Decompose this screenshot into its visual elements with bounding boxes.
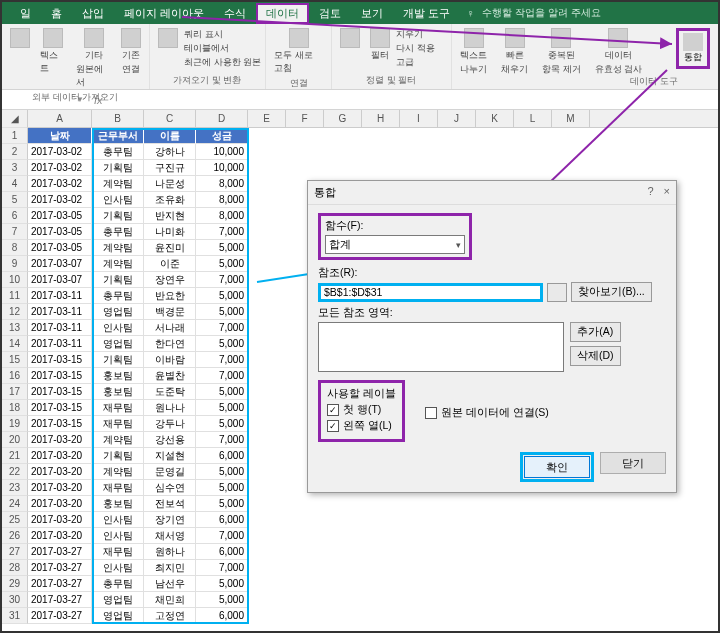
table-cell[interactable]: 5,000: [196, 256, 248, 272]
col-header[interactable]: H: [362, 110, 400, 127]
btn-show-queries[interactable]: 쿼리 표시: [184, 28, 261, 41]
table-cell[interactable]: 서나래: [144, 320, 196, 336]
table-cell[interactable]: 5,000: [196, 464, 248, 480]
table-cell[interactable]: 인사팀: [92, 192, 144, 208]
left-col-checkbox[interactable]: ✓왼쪽 열(L): [327, 419, 396, 433]
table-cell[interactable]: 총무팀: [92, 576, 144, 592]
table-cell[interactable]: 7,000: [196, 560, 248, 576]
btn-data-validation[interactable]: 데이터유효성 검사: [591, 26, 647, 78]
table-cell[interactable]: 5,000: [196, 384, 248, 400]
btn-consolidate[interactable]: 통합: [676, 28, 710, 69]
row-header[interactable]: 25: [2, 512, 28, 528]
table-cell[interactable]: 나미화: [144, 224, 196, 240]
table-cell[interactable]: 2017-03-05: [28, 208, 92, 224]
table-cell[interactable]: 채서영: [144, 528, 196, 544]
table-cell[interactable]: 나문성: [144, 176, 196, 192]
table-cell[interactable]: 영업팀: [92, 592, 144, 608]
ok-button[interactable]: 확인: [524, 456, 590, 478]
table-cell[interactable]: 조유화: [144, 192, 196, 208]
table-header[interactable]: 이름: [144, 128, 196, 144]
row-header[interactable]: 16: [2, 368, 28, 384]
table-cell[interactable]: 5,000: [196, 288, 248, 304]
table-cell[interactable]: 2017-03-11: [28, 288, 92, 304]
table-cell[interactable]: 2017-03-20: [28, 448, 92, 464]
all-refs-list[interactable]: [318, 322, 564, 372]
table-cell[interactable]: 이바람: [144, 352, 196, 368]
table-cell[interactable]: 2017-03-05: [28, 224, 92, 240]
table-cell[interactable]: 반요한: [144, 288, 196, 304]
table-cell[interactable]: 5,000: [196, 576, 248, 592]
btn-recent-sources[interactable]: 최근에 사용한 원본: [184, 56, 261, 69]
table-cell[interactable]: 6,000: [196, 608, 248, 624]
table-cell[interactable]: 총무팀: [92, 288, 144, 304]
col-header[interactable]: K: [476, 110, 514, 127]
table-cell[interactable]: 7,000: [196, 368, 248, 384]
row-header[interactable]: 10: [2, 272, 28, 288]
row-header[interactable]: 2: [2, 144, 28, 160]
table-cell[interactable]: 2017-03-02: [28, 160, 92, 176]
table-cell[interactable]: 고정연: [144, 608, 196, 624]
col-header[interactable]: C: [144, 110, 196, 127]
table-cell[interactable]: 2017-03-27: [28, 592, 92, 608]
table-cell[interactable]: 인사팀: [92, 560, 144, 576]
row-header[interactable]: 15: [2, 352, 28, 368]
range-picker-icon[interactable]: [547, 283, 567, 302]
table-cell[interactable]: 2017-03-07: [28, 256, 92, 272]
btn-sort-asc[interactable]: [336, 26, 364, 50]
row-header[interactable]: 27: [2, 544, 28, 560]
table-cell[interactable]: 인사팀: [92, 512, 144, 528]
tab-file[interactable]: 일: [10, 3, 41, 24]
table-header[interactable]: 성금: [196, 128, 248, 144]
table-cell[interactable]: 재무팀: [92, 416, 144, 432]
row-header[interactable]: 31: [2, 608, 28, 624]
tab-insert[interactable]: 삽입: [72, 3, 114, 24]
table-cell[interactable]: 강두나: [144, 416, 196, 432]
table-cell[interactable]: 한다연: [144, 336, 196, 352]
table-cell[interactable]: 구진규: [144, 160, 196, 176]
table-cell[interactable]: 기획팀: [92, 272, 144, 288]
table-cell[interactable]: 계약팀: [92, 240, 144, 256]
col-header[interactable]: L: [514, 110, 552, 127]
table-cell[interactable]: 지설현: [144, 448, 196, 464]
col-header[interactable]: A: [28, 110, 92, 127]
btn-reapply[interactable]: 다시 적용: [396, 42, 435, 55]
table-cell[interactable]: 5,000: [196, 240, 248, 256]
table-cell[interactable]: 강하나: [144, 144, 196, 160]
table-cell[interactable]: 5,000: [196, 480, 248, 496]
table-cell[interactable]: 계약팀: [92, 176, 144, 192]
table-cell[interactable]: 도준탁: [144, 384, 196, 400]
table-cell[interactable]: 영업팀: [92, 608, 144, 624]
btn-from-access[interactable]: [6, 26, 34, 50]
table-cell[interactable]: 5,000: [196, 400, 248, 416]
table-cell[interactable]: 8,000: [196, 208, 248, 224]
table-cell[interactable]: 강선용: [144, 432, 196, 448]
btn-existing-conn[interactable]: 기존연결: [117, 26, 145, 78]
table-cell[interactable]: 2017-03-15: [28, 368, 92, 384]
row-header[interactable]: 29: [2, 576, 28, 592]
table-cell[interactable]: 2017-03-15: [28, 416, 92, 432]
table-cell[interactable]: 7,000: [196, 432, 248, 448]
top-row-checkbox[interactable]: ✓첫 행(T): [327, 403, 396, 417]
table-cell[interactable]: 2017-03-27: [28, 560, 92, 576]
tab-developer[interactable]: 개발 도구: [393, 3, 460, 24]
table-cell[interactable]: 인사팀: [92, 320, 144, 336]
table-cell[interactable]: 2017-03-27: [28, 608, 92, 624]
table-cell[interactable]: 반지현: [144, 208, 196, 224]
table-cell[interactable]: 2017-03-11: [28, 320, 92, 336]
row-header[interactable]: 22: [2, 464, 28, 480]
col-header[interactable]: M: [552, 110, 590, 127]
table-cell[interactable]: 5,000: [196, 304, 248, 320]
table-cell[interactable]: 계약팀: [92, 432, 144, 448]
col-header[interactable]: F: [286, 110, 324, 127]
row-header[interactable]: 20: [2, 432, 28, 448]
table-cell[interactable]: 최지민: [144, 560, 196, 576]
table-cell[interactable]: 심수연: [144, 480, 196, 496]
table-cell[interactable]: 2017-03-02: [28, 144, 92, 160]
table-cell[interactable]: 2017-03-07: [28, 272, 92, 288]
col-header[interactable]: B: [92, 110, 144, 127]
table-cell[interactable]: 전보석: [144, 496, 196, 512]
table-cell[interactable]: 2017-03-15: [28, 384, 92, 400]
cancel-button[interactable]: 닫기: [600, 452, 666, 474]
table-cell[interactable]: 문영길: [144, 464, 196, 480]
table-cell[interactable]: 10,000: [196, 160, 248, 176]
